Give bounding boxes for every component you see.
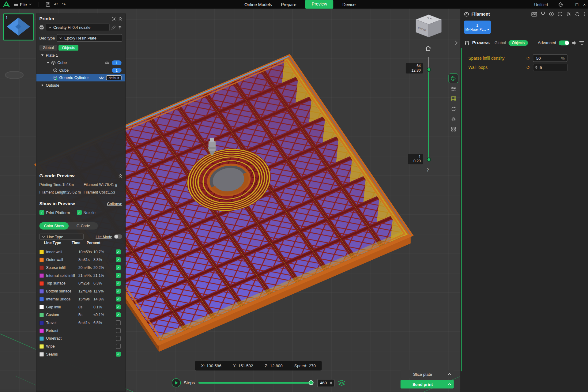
tree-row-cube-parent[interactable]: Cube 1 — [36, 59, 125, 66]
count-badge: 1 — [112, 68, 122, 73]
steps-value-input[interactable]: 460 — [317, 379, 334, 387]
steps-slider-track[interactable] — [198, 382, 313, 384]
tree-row-outside[interactable]: Outside — [36, 81, 125, 89]
print-platform-checkbox[interactable] — [40, 210, 44, 215]
send-print-button[interactable]: Send print — [401, 380, 454, 388]
filament-settings-gear-icon[interactable] — [566, 12, 571, 17]
steps-slider-handle[interactable] — [309, 380, 314, 385]
printer-select[interactable]: Creality Hi 0.4 nozzle — [46, 24, 109, 31]
tab-global[interactable]: Global — [40, 45, 57, 51]
row-checkbox[interactable] — [116, 344, 121, 349]
advanced-toggle[interactable] — [559, 40, 569, 45]
wall-loops-input[interactable]: 5 — [533, 64, 567, 71]
wifi-icon[interactable] — [117, 25, 122, 29]
row-checkbox[interactable] — [116, 273, 121, 278]
process-tab-objects[interactable]: Objects — [508, 40, 528, 45]
send-options-chevron[interactable] — [445, 380, 454, 388]
redo-icon[interactable]: ↷ — [62, 2, 66, 7]
tab-device[interactable]: Device — [342, 2, 356, 7]
home-view-icon[interactable] — [424, 45, 432, 51]
help-icon[interactable]: ? — [426, 167, 429, 172]
color-swatch — [40, 336, 44, 341]
layer-slider-track[interactable] — [428, 70, 429, 160]
plate-thumbnail[interactable]: 1 — [3, 13, 34, 40]
caret-down-icon[interactable] — [47, 61, 50, 64]
gcode-tab[interactable]: G-Code — [69, 222, 98, 229]
color-show-tab[interactable]: Color Show — [40, 222, 69, 229]
nozzle-icon[interactable] — [541, 12, 545, 17]
file-menu[interactable]: File — [14, 2, 32, 7]
sparse-infill-density-input[interactable]: 50 % — [533, 54, 567, 62]
layers-icon[interactable] — [338, 380, 345, 386]
color-scheme-tool[interactable] — [448, 74, 458, 83]
tree-row-cube-child[interactable]: Cube 1 — [36, 66, 125, 74]
layer-slider-bottom-handle[interactable] — [427, 157, 431, 161]
close-button[interactable]: × — [583, 2, 586, 7]
layer-table-tool[interactable] — [448, 94, 458, 104]
tree-row-generic-cylinder[interactable]: Generic-Cylinder default — [36, 74, 125, 81]
visibility-eye-icon[interactable] — [105, 61, 110, 64]
row-checkbox[interactable] — [116, 281, 121, 286]
row-checkbox[interactable] — [116, 257, 121, 262]
caret-down-icon[interactable] — [41, 54, 44, 57]
view-settings-tool[interactable] — [448, 114, 458, 124]
reset-param-icon[interactable]: ↺ — [526, 65, 530, 70]
tab-preview[interactable]: Preview — [305, 0, 334, 9]
minimize-button[interactable]: – — [568, 2, 571, 7]
lite-mode-toggle[interactable] — [114, 234, 122, 239]
bed-type-select[interactable]: Epoxy Resin Plate — [57, 34, 122, 41]
sync-icon[interactable] — [575, 12, 580, 17]
announcement-icon[interactable] — [572, 41, 577, 45]
tab-online-models[interactable]: Online Models — [244, 2, 272, 7]
row-checkbox[interactable] — [116, 352, 121, 357]
stepper-arrows[interactable] — [533, 66, 537, 69]
edit-printer-pencil-icon[interactable] — [111, 25, 115, 29]
printer-settings-gear-icon[interactable] — [111, 16, 116, 21]
more-tools[interactable] — [448, 124, 458, 134]
line-type-tool[interactable] — [448, 84, 458, 93]
assistant-icon[interactable] — [558, 2, 563, 7]
preview-mode-toggle: Color Show G-Code — [40, 222, 98, 229]
tree-row-plate[interactable]: Plate 1 — [36, 51, 125, 59]
visibility-eye-icon[interactable] — [99, 76, 104, 79]
row-checkbox[interactable] — [116, 304, 121, 309]
rotate-view-tool[interactable] — [448, 104, 458, 114]
collapse-section-icon[interactable] — [119, 174, 122, 178]
row-checkbox[interactable] — [116, 328, 121, 333]
row-checkbox[interactable] — [116, 320, 121, 325]
ams-box-icon[interactable] — [531, 12, 537, 17]
maximize-button[interactable]: □ — [575, 2, 578, 7]
tab-objects[interactable]: Objects — [59, 45, 78, 51]
tab-prepare[interactable]: Prepare — [281, 2, 296, 7]
filament-chip[interactable]: 1 My Hyper PL... — [464, 21, 491, 34]
panel-collapse-chevron-icon[interactable] — [454, 40, 458, 45]
stepper-arrows[interactable] — [330, 381, 332, 385]
row-checkbox[interactable] — [116, 265, 121, 270]
navigation-cube[interactable]: TOP FRONT — [412, 13, 445, 40]
play-button[interactable] — [172, 379, 181, 387]
layer-slider-top-handle[interactable] — [427, 67, 431, 71]
collapse-section-icon[interactable] — [119, 17, 122, 21]
caret-right-icon[interactable] — [41, 84, 44, 87]
collapse-link[interactable]: Collapse — [107, 202, 122, 206]
process-tab-global[interactable]: Global — [495, 40, 506, 45]
row-checkbox[interactable] — [116, 249, 121, 254]
more-options-icon[interactable] — [583, 12, 585, 17]
nozzle-checkbox[interactable] — [77, 210, 82, 215]
row-checkbox[interactable] — [116, 336, 121, 341]
save-icon[interactable] — [46, 2, 50, 7]
steps-slider-row: Steps 460 — [172, 378, 345, 388]
line-type-select[interactable]: Line Type — [40, 234, 84, 240]
filter-icon[interactable] — [579, 41, 584, 45]
slice-plate-button[interactable]: Slice plate — [401, 370, 454, 379]
row-checkbox[interactable] — [116, 289, 121, 294]
param-value: 50 — [533, 56, 541, 60]
undo-icon[interactable]: ↶ — [54, 2, 58, 7]
row-checkbox[interactable] — [116, 297, 121, 302]
add-filament-icon[interactable] — [549, 12, 554, 17]
reset-param-icon[interactable]: ↺ — [526, 56, 530, 60]
slice-options-chevron[interactable] — [445, 370, 454, 379]
steps-label: Steps — [184, 381, 195, 385]
row-checkbox[interactable] — [116, 312, 121, 317]
remove-filament-icon[interactable] — [558, 12, 563, 17]
